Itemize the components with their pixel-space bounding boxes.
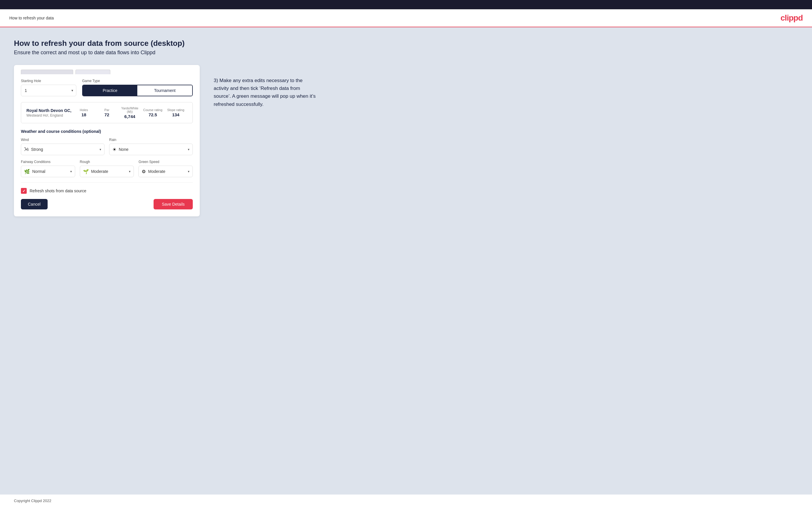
sidebar-text: 3) Make any extra edits necessary to the…: [214, 65, 318, 108]
page-subheading: Ensure the correct and most up to date d…: [14, 50, 798, 56]
game-type-toggle: Practice Tournament: [82, 85, 193, 96]
header: How to refresh your data clippd: [0, 9, 812, 27]
conditions-heading: Weather and course conditions (optional): [21, 129, 193, 134]
par-label: Par: [95, 108, 118, 112]
main-content: How to refresh your data from source (de…: [0, 27, 812, 495]
practice-button[interactable]: Practice: [83, 85, 138, 96]
par-value: 72: [95, 112, 118, 117]
tab-strip-partial: [21, 70, 73, 74]
top-bar: [0, 0, 812, 9]
chevron-down-icon: ▾: [70, 170, 72, 173]
fairway-icon: 🌿: [24, 169, 30, 174]
green-speed-label: Green Speed: [139, 160, 193, 164]
starting-hole-game-type-row: Starting Hole 1 10 ▾ Game Type Practice …: [21, 79, 193, 96]
refresh-row: Refresh shots from data source: [21, 188, 193, 194]
course-location: Westward Ho!, England: [27, 113, 72, 117]
rain-input[interactable]: None Light Heavy: [119, 147, 186, 152]
chevron-down-icon: ▾: [129, 170, 131, 173]
wind-select[interactable]: 🌬 Strong None Mild ▾: [21, 144, 104, 155]
slope-rating-value: 134: [164, 112, 187, 117]
rough-select[interactable]: 🌱 Moderate Light Heavy ▾: [80, 166, 134, 177]
chevron-down-icon: ▾: [188, 148, 190, 152]
rough-icon: 🌱: [83, 169, 89, 174]
page-heading: How to refresh your data from source (de…: [14, 39, 798, 48]
course-name: Royal North Devon GC,: [27, 108, 72, 113]
rain-select[interactable]: ☀ None Light Heavy ▾: [109, 144, 193, 155]
wind-rain-row: Wind 🌬 Strong None Mild ▾ Rain ☀: [21, 138, 193, 155]
logo: clippd: [781, 13, 803, 22]
wind-input[interactable]: Strong None Mild: [31, 147, 97, 152]
course-info-box: Royal North Devon GC, Westward Ho!, Engl…: [21, 102, 193, 123]
yards-value: 6,744: [118, 114, 141, 119]
footer: Copyright Clippd 2022: [0, 495, 812, 507]
refresh-label: Refresh shots from data source: [30, 188, 86, 193]
course-stat-holes: Holes 18: [72, 108, 95, 117]
rough-input[interactable]: Moderate Light Heavy: [91, 169, 127, 174]
starting-hole-input[interactable]: 1 10: [25, 88, 72, 93]
game-type-group: Game Type Practice Tournament: [82, 79, 193, 96]
course-name-section: Royal North Devon GC, Westward Ho!, Engl…: [27, 108, 72, 117]
holes-value: 18: [72, 112, 95, 117]
header-title: How to refresh your data: [9, 16, 54, 20]
wind-icon: 🌬: [24, 147, 29, 152]
yards-label: Yards/White (M)): [118, 106, 141, 113]
green-speed-select[interactable]: ⚙ Moderate Slow Fast ▾: [139, 166, 193, 177]
starting-hole-select[interactable]: 1 10 ▾: [21, 85, 77, 96]
course-rating-value: 72.5: [141, 112, 164, 117]
fairway-select[interactable]: 🌿 Normal Soft Hard ▾: [21, 166, 75, 177]
divider: [21, 182, 193, 183]
wind-label: Wind: [21, 138, 104, 142]
starting-hole-label: Starting Hole: [21, 79, 77, 83]
rough-label: Rough: [80, 160, 134, 164]
tab-strip-partial2: [75, 70, 110, 74]
save-button[interactable]: Save Details: [154, 199, 193, 210]
course-rating-label: Course rating: [141, 108, 164, 112]
chevron-down-icon: ▾: [100, 148, 101, 152]
slope-rating-label: Slope rating: [164, 108, 187, 112]
content-row: Starting Hole 1 10 ▾ Game Type Practice …: [14, 65, 798, 216]
chevron-down-icon: ▾: [188, 170, 190, 173]
rain-label: Rain: [109, 138, 193, 142]
starting-hole-group: Starting Hole 1 10 ▾: [21, 79, 77, 96]
rain-icon: ☀: [112, 147, 116, 152]
game-type-label: Game Type: [82, 79, 193, 83]
footer-text: Copyright Clippd 2022: [14, 499, 51, 503]
green-speed-icon: ⚙: [142, 169, 146, 174]
course-stat-course-rating: Course rating 72.5: [141, 108, 164, 117]
green-speed-group: Green Speed ⚙ Moderate Slow Fast ▾: [139, 160, 193, 177]
refresh-checkbox[interactable]: [21, 188, 27, 194]
course-stat-slope: Slope rating 134: [164, 108, 187, 117]
fairway-label: Fairway Conditions: [21, 160, 75, 164]
button-row: Cancel Save Details: [21, 199, 193, 210]
holes-label: Holes: [72, 108, 95, 112]
fairway-rough-green-row: Fairway Conditions 🌿 Normal Soft Hard ▾ …: [21, 160, 193, 177]
cancel-button[interactable]: Cancel: [21, 199, 48, 210]
fairway-input[interactable]: Normal Soft Hard: [32, 169, 68, 174]
course-stat-par: Par 72: [95, 108, 118, 117]
green-speed-input[interactable]: Moderate Slow Fast: [148, 169, 186, 174]
wind-group: Wind 🌬 Strong None Mild ▾: [21, 138, 104, 155]
tournament-button[interactable]: Tournament: [137, 85, 192, 96]
fairway-group: Fairway Conditions 🌿 Normal Soft Hard ▾: [21, 160, 75, 177]
form-card: Starting Hole 1 10 ▾ Game Type Practice …: [14, 65, 200, 216]
rain-group: Rain ☀ None Light Heavy ▾: [109, 138, 193, 155]
rough-group: Rough 🌱 Moderate Light Heavy ▾: [80, 160, 134, 177]
course-stat-yards: Yards/White (M)) 6,744: [118, 106, 141, 119]
